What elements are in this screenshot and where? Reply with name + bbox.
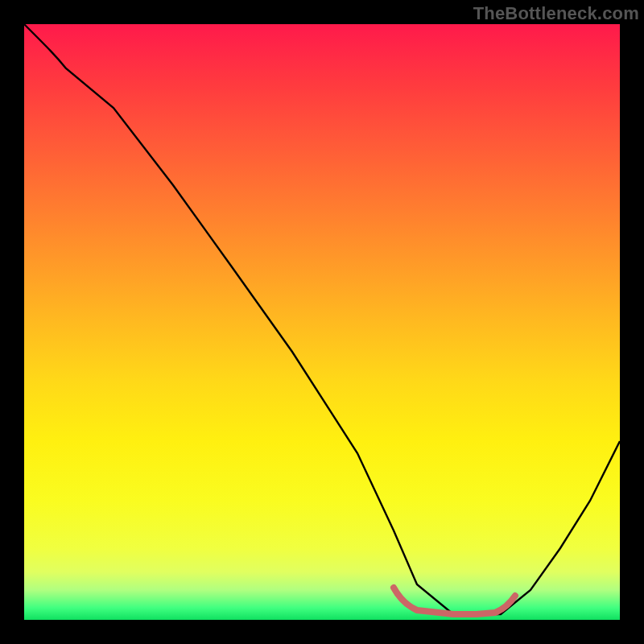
plot-area <box>24 24 620 620</box>
watermark-text: TheBottleneck.com <box>473 3 639 24</box>
chart-frame: TheBottleneck.com <box>0 0 644 644</box>
bottleneck-curve-path <box>24 24 620 614</box>
marker-segment <box>394 588 515 614</box>
curve-svg <box>24 24 620 620</box>
